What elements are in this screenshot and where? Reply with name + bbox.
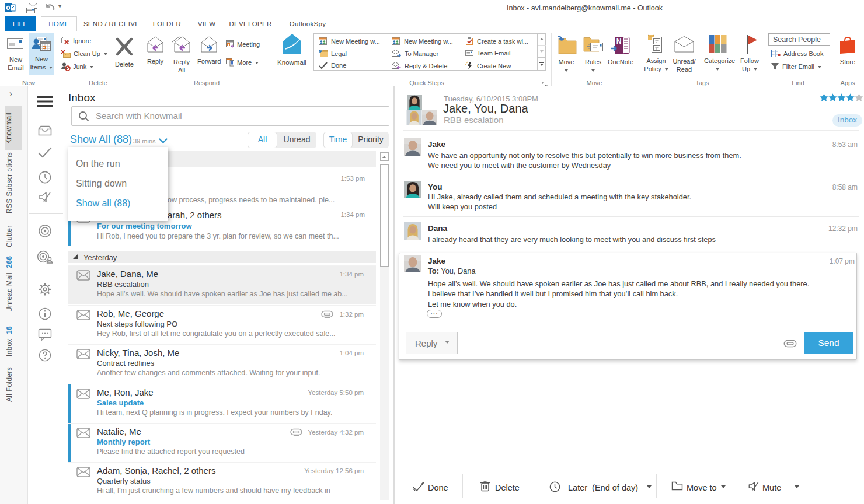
svg-text:N: N: [616, 37, 622, 46]
